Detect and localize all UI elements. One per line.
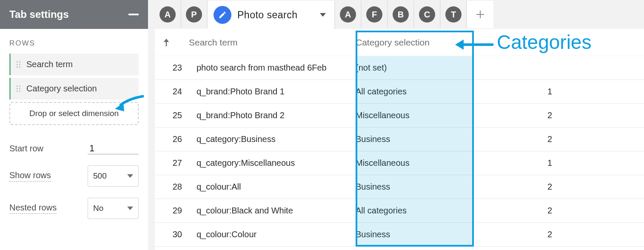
show-rows-label: Show rows <box>9 170 51 182</box>
sort-asc-icon[interactable] <box>162 39 170 46</box>
start-row-label: Start row <box>9 144 43 153</box>
row-category: All categories <box>356 87 514 97</box>
chevron-down-icon <box>127 205 133 211</box>
tab-p[interactable]: P <box>181 1 208 28</box>
dimension-label: Category selection <box>26 84 97 94</box>
row-index: 26 <box>155 134 197 144</box>
row-index: 24 <box>155 87 197 97</box>
row-category: Miscellaneous <box>356 111 514 120</box>
row-index: 29 <box>155 206 197 216</box>
tab-t[interactable]: T <box>441 1 467 28</box>
row-index: 27 <box>155 158 197 168</box>
table-row[interactable]: 28q_colour:AllBusiness2 <box>155 175 644 199</box>
tab-circle-icon: C <box>419 6 435 23</box>
drag-handle-icon[interactable] <box>17 85 20 92</box>
chevron-down-icon[interactable] <box>320 12 326 18</box>
show-rows-setting: Show rows 500 <box>9 165 139 187</box>
row-term: q_brand:Photo Brand 1 <box>197 87 356 97</box>
row-term: q_brand:Photo Brand 2 <box>197 111 356 120</box>
table-row[interactable]: 27q_category:MiscellaneousMiscellaneous1 <box>155 151 644 175</box>
dropzone-label: Drop or select dimension <box>29 109 119 118</box>
tab-c[interactable]: C <box>414 1 441 28</box>
tab-a2[interactable]: A <box>335 1 362 28</box>
table-row[interactable]: 30q_colour:ColourBusiness2 <box>155 223 644 247</box>
tab-settings-body: ROWS Search term Category selection Drop… <box>0 29 148 250</box>
tab-active-label: Photo search <box>237 9 320 21</box>
row-term: q_colour:Black and White <box>197 206 356 216</box>
table-row[interactable]: 24q_brand:Photo Brand 1All categories1 <box>155 80 644 104</box>
table-row[interactable]: 29q_colour:Black and WhiteAll categories… <box>155 199 644 223</box>
tab-circle-icon: A <box>340 6 356 23</box>
chevron-down-icon <box>127 173 133 179</box>
edit-icon <box>214 6 231 24</box>
table-row[interactable]: 23photo search from masthead 6Feb(not se… <box>155 56 644 80</box>
start-row-input[interactable]: 1 <box>88 143 139 154</box>
row-term: photo search from masthead 6Feb <box>197 63 356 73</box>
row-index: 30 <box>155 230 197 239</box>
tab-settings-title: Tab settings <box>9 9 69 20</box>
row-count: 2 <box>514 230 552 239</box>
nested-rows-value: No <box>93 204 103 213</box>
column-head-search-term[interactable]: Search term <box>189 37 356 48</box>
row-index: 23 <box>155 63 197 73</box>
tab-circle-icon: T <box>445 6 462 23</box>
row-count: 2 <box>514 111 552 120</box>
tab-circle-icon: P <box>186 6 202 23</box>
tab-circle-icon: B <box>393 6 409 23</box>
add-tab-button[interactable] <box>467 1 493 28</box>
dimension-dropzone[interactable]: Drop or select dimension <box>9 102 139 125</box>
row-category: Business <box>356 230 514 239</box>
nested-rows-select[interactable]: No <box>88 198 139 219</box>
drag-handle-icon[interactable] <box>17 61 20 68</box>
show-rows-select[interactable]: 500 <box>88 165 139 187</box>
column-head-category[interactable]: Category selection <box>356 37 470 48</box>
row-category: Business <box>356 182 514 192</box>
tab-a[interactable]: A <box>155 1 181 28</box>
row-category: All categories <box>356 206 514 216</box>
collapse-icon[interactable] <box>128 14 139 15</box>
table-header: Search term Category selection <box>155 29 644 56</box>
row-category: Business <box>356 134 514 144</box>
tab-f[interactable]: F <box>362 1 388 28</box>
row-count: 2 <box>514 134 552 144</box>
row-count: 2 <box>514 182 552 192</box>
start-row-setting: Start row 1 <box>9 143 139 154</box>
tab-b[interactable]: B <box>388 1 414 28</box>
row-term: q_colour:Colour <box>197 230 356 239</box>
tab-circle-icon: F <box>366 6 382 23</box>
row-count: 2 <box>514 206 552 216</box>
main-area: A P Photo search A F B C T Search term C… <box>148 0 644 250</box>
row-term: q_category:Miscellaneous <box>197 158 356 168</box>
data-sheet: Search term Category selection 23photo s… <box>155 29 644 250</box>
table-body: 23photo search from masthead 6Feb(not se… <box>155 56 644 247</box>
table-row[interactable]: 25q_brand:Photo Brand 2Miscellaneous2 <box>155 104 644 128</box>
dimension-category-selection[interactable]: Category selection <box>9 78 139 99</box>
row-term: q_category:Business <box>197 134 356 144</box>
row-count: 1 <box>514 158 552 168</box>
dimension-label: Search term <box>26 60 73 69</box>
tab-settings-header[interactable]: Tab settings <box>0 0 148 29</box>
rows-section-label: ROWS <box>9 39 139 48</box>
row-category: (not set) <box>356 63 514 73</box>
table-row[interactable]: 26q_category:BusinessBusiness2 <box>155 128 644 151</box>
row-category: Miscellaneous <box>356 158 514 168</box>
nested-rows-label: Nested rows <box>9 203 57 214</box>
nested-rows-setting: Nested rows No <box>9 198 139 219</box>
tab-circle-icon: A <box>160 6 176 23</box>
row-index: 28 <box>155 182 197 192</box>
row-index: 25 <box>155 111 197 120</box>
row-term: q_colour:All <box>197 182 356 192</box>
show-rows-value: 500 <box>93 171 107 181</box>
row-count: 1 <box>514 87 552 97</box>
dimension-search-term[interactable]: Search term <box>9 54 139 75</box>
tab-photo-search[interactable]: Photo search <box>208 1 335 29</box>
tab-settings-panel: Tab settings ROWS Search term Category s… <box>0 0 148 250</box>
plus-icon <box>475 9 485 20</box>
tabstrip: A P Photo search A F B C T <box>148 0 644 28</box>
